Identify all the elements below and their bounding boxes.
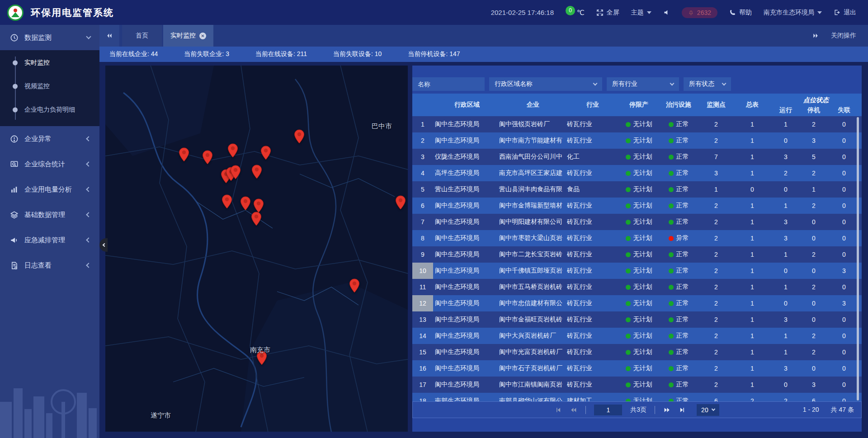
sidebar-subitem[interactable]: 实时监控 [0, 51, 99, 75]
table-row[interactable]: 6阆中生态环境局阆中市金博瑞新型墙材砖瓦行业无计划正常21120 [412, 198, 862, 214]
cell-running: 3 [770, 230, 801, 246]
map-pin-icon[interactable] [294, 129, 305, 144]
sidebar-item-2[interactable]: 企业综合统计 [0, 151, 99, 177]
sidebar-subitem[interactable]: 视频监控 [0, 75, 99, 98]
table-row[interactable]: 9阆中生态环境局阆中市二龙长宝页岩砖砖瓦行业无计划正常21120 [412, 246, 862, 263]
table-row[interactable]: 18南部生态环境局南部县砌华山河有限公建材加工无计划正常62260 [412, 393, 862, 401]
cell-limit-status: 无计划 [618, 279, 659, 295]
page-number-input[interactable] [594, 405, 622, 415]
org-dropdown[interactable]: 南充市生态环境局 [764, 9, 822, 17]
theme-dropdown[interactable]: 主题 [631, 9, 651, 17]
map-pin-icon[interactable] [349, 278, 360, 293]
cell-running: 1 [770, 328, 801, 344]
table-row[interactable]: 5营山生态环境局营山县润丰肉食品有限食品无计划正常10010 [412, 181, 862, 198]
status-dot-green [669, 268, 674, 273]
table-row[interactable]: 17阆中生态环境局阆中市江南镇阆南页岩砖瓦行业无计划正常21030 [412, 377, 862, 393]
cell-region: 阆中生态环境局 [433, 311, 499, 328]
industry-select[interactable]: 所有行业 [607, 77, 679, 91]
cell-company: 营山县润丰肉食品有限 [499, 181, 567, 198]
tab-close-icon[interactable]: ✕ [199, 33, 206, 39]
sidebar: 数据监测实时监控视频监控企业电力负荷明细企业异常企业综合统计企业用电量分析基础数… [0, 25, 99, 438]
tab-0[interactable]: 首页 [122, 25, 162, 47]
help-button[interactable]: 帮助 [729, 9, 752, 17]
sidebar-item-0[interactable]: 数据监测 [0, 25, 99, 50]
tabs-scroll-left-button[interactable] [99, 25, 119, 47]
map-canvas[interactable]: 巴中市南充市遂宁市 [105, 66, 408, 432]
last-page-button[interactable] [679, 407, 686, 413]
table-row[interactable]: 13阆中生态环境局阆中市金福旺页岩机砖砖瓦行业无计划正常21300 [412, 311, 862, 328]
table-row[interactable]: 2阆中生态环境局阆中市南方节能建材有砖瓦行业无计划正常21030 [412, 132, 862, 149]
sidebar-subitem[interactable]: 企业电力负荷明细 [0, 98, 99, 122]
map-pin-icon[interactable] [179, 147, 189, 162]
table-row[interactable]: 7阆中生态环境局阆中明阳建材有限公司砖瓦行业无计划正常21300 [412, 214, 862, 230]
cell-company: 阆中明阳建材有限公司 [499, 214, 567, 230]
table-row[interactable]: 8阆中生态环境局阆中市枣碧大梁山页岩砖瓦行业无计划异常21300 [412, 230, 862, 246]
cell-limit-status: 无计划 [618, 295, 659, 311]
fullscreen-button[interactable]: 全屏 [596, 9, 619, 17]
cell-industry: 砖瓦行业 [567, 132, 618, 149]
page-size-select[interactable]: 20 [697, 404, 719, 416]
region-select-value: 行政区域名称 [495, 80, 533, 88]
mute-button[interactable] [663, 9, 670, 16]
logout-button[interactable]: 退出 [834, 9, 856, 17]
status-select[interactable]: 所有状态 [684, 77, 731, 91]
map-pin-icon[interactable] [251, 212, 262, 226]
gauge-icon [10, 33, 19, 42]
cell-total-meters: 2 [734, 393, 770, 401]
sidebar-item-3[interactable]: 企业用电量分析 [0, 177, 99, 202]
row-index: 13 [412, 311, 433, 328]
sidebar-item-4[interactable]: 基础数据管理 [0, 202, 99, 227]
map-pin-icon[interactable] [227, 143, 238, 158]
status-dot-green [626, 203, 631, 208]
sidebar-item-1[interactable]: 企业异常 [0, 126, 99, 151]
tabs-scroll-right-button[interactable] [812, 33, 819, 39]
table-row[interactable]: 12阆中生态环境局阆中市忠信建材有限公砖瓦行业无计划正常21003 [412, 295, 862, 311]
filter-row: 行政区域名称 所有行业 所有状态 [412, 77, 862, 91]
notification-badge[interactable]: 2632 [682, 7, 717, 18]
map-pin-icon[interactable] [260, 146, 271, 160]
table-row[interactable]: 11阆中生态环境局阆中市五马桥页岩机砖砖瓦行业无计划正常21120 [412, 279, 862, 295]
prev-page-button[interactable] [570, 407, 577, 413]
table-row[interactable]: 16阆中生态环境局阆中市石子页岩机砖厂砖瓦行业无计划正常21300 [412, 360, 862, 377]
map-pin-icon[interactable] [230, 165, 241, 179]
next-page-button[interactable] [663, 407, 671, 413]
point-status-header: 点位状态 [770, 94, 862, 104]
cell-monitor-points: 2 [698, 311, 734, 328]
cell-running: 2 [770, 165, 801, 181]
sidebar-item-6[interactable]: 日志查看 [0, 253, 99, 278]
table-row[interactable]: 10阆中生态环境局阆中千佛镇五郎垭页岩砖瓦行业无计划正常21003 [412, 263, 862, 279]
sidebar-item-label: 企业异常 [24, 135, 81, 143]
table-row[interactable]: 15阆中生态环境局阆中市光富页岩机砖厂砖瓦行业无计划正常21120 [412, 344, 862, 360]
cell-limit-status: 无计划 [618, 214, 659, 230]
tab-1[interactable]: 实时监控✕ [163, 25, 213, 47]
table-scrollbar[interactable] [857, 117, 859, 400]
cell-region: 阆中生态环境局 [433, 132, 499, 149]
cell-industry: 砖瓦行业 [567, 295, 618, 311]
name-search-input[interactable] [412, 77, 485, 91]
map-pin-icon[interactable] [251, 165, 262, 179]
cell-limit-status: 无计划 [618, 230, 659, 246]
cell-running: 0 [770, 295, 801, 311]
sidebar-item-5[interactable]: 应急减排管理 [0, 227, 99, 253]
total-count-label: 共 47 条 [831, 406, 854, 414]
cell-total-meters: 1 [734, 377, 770, 393]
table-row[interactable]: 4高坪生态环境局南充市高坪区王家店建砖瓦行业无计划正常31220 [412, 165, 862, 181]
cell-facility-status: 正常 [659, 116, 698, 132]
table-row[interactable]: 3仪陇生态环境局西南油气田分公司川中化工无计划正常71350 [412, 149, 862, 165]
col-points: 监测点 [698, 94, 734, 116]
table-row[interactable]: 1阆中生态环境局阆中强锐页岩砖厂砖瓦行业无计划正常21120 [412, 116, 862, 132]
first-page-button[interactable] [555, 407, 561, 413]
cell-facility-status: 正常 [659, 198, 698, 214]
region-select[interactable]: 行政区域名称 [489, 77, 602, 91]
cell-limit-status: 无计划 [618, 328, 659, 344]
map-pin-icon[interactable] [253, 198, 264, 213]
map-pin-icon[interactable] [202, 150, 213, 165]
sidebar-collapse-handle[interactable] [99, 238, 108, 252]
cell-facility-status: 正常 [659, 377, 698, 393]
map-pin-icon[interactable] [240, 196, 251, 211]
cell-limit-status: 无计划 [618, 311, 659, 328]
table-row[interactable]: 14阆中生态环境局阆中大兴页岩机砖厂砖瓦行业无计划正常21120 [412, 328, 862, 344]
close-operations-button[interactable]: 关闭操作 [831, 32, 856, 40]
map-pin-icon[interactable] [222, 194, 232, 209]
map-pin-icon[interactable] [395, 195, 406, 210]
